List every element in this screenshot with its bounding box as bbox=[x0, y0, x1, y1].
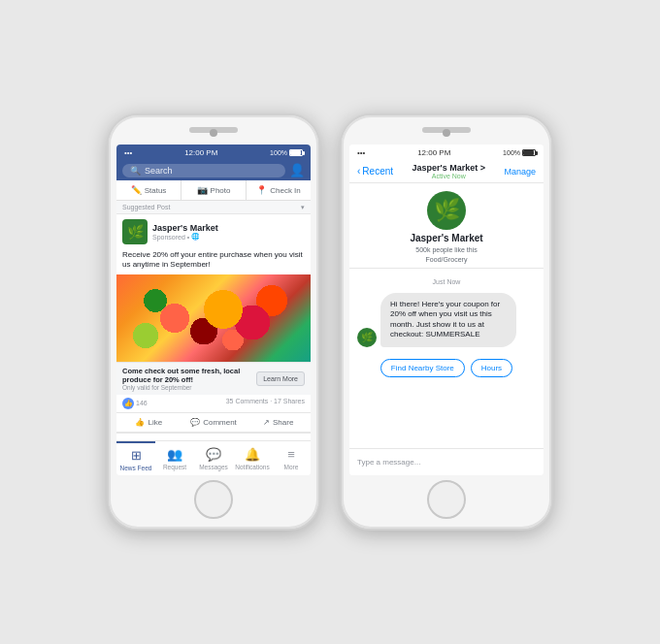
battery-icon-msg bbox=[522, 149, 536, 156]
status-bar-msg: ••• 12:00 PM 100% bbox=[349, 145, 544, 160]
post-header: 🌿 Jasper's Market Sponsored • 🌐 bbox=[116, 214, 311, 247]
chevron-left-icon: ‹ bbox=[357, 166, 360, 177]
location-icon: 📍 bbox=[256, 185, 267, 195]
likes-number: 146 bbox=[136, 400, 148, 406]
status-icons-msg: 100% bbox=[503, 149, 536, 156]
back-button[interactable]: ‹ Recent bbox=[357, 166, 393, 177]
requests-label: Request bbox=[163, 464, 186, 470]
sponsored-info: Sponsored • 🌐 bbox=[152, 233, 218, 241]
hash-symbol: 🌐 bbox=[191, 233, 200, 241]
signal-dots-msg: ••• bbox=[357, 148, 365, 157]
quick-replies: Find Nearby Store Hours bbox=[349, 353, 544, 383]
profile-name: Jasper's Market bbox=[410, 233, 482, 243]
fb-navbar: 🔍 Search 👤 bbox=[116, 160, 311, 180]
post-body-text: Receive 20% off your entire purchase whe… bbox=[116, 247, 311, 274]
time-fb: 12:00 PM bbox=[184, 148, 217, 157]
like-icon: 👍 bbox=[135, 418, 145, 427]
search-placeholder: Search bbox=[145, 166, 173, 176]
battery-icon-fb bbox=[289, 149, 303, 156]
fb-actions-bar: ✏️ Status 📷 Photo 📍 Check In bbox=[116, 180, 311, 201]
message-timestamp: Just Now bbox=[357, 278, 536, 285]
manage-button[interactable]: Manage bbox=[504, 167, 536, 177]
hours-button[interactable]: Hours bbox=[471, 359, 512, 377]
post-cta-row: Come check out some fresh, local produce… bbox=[116, 362, 311, 395]
sponsored-label: Sponsored bbox=[152, 234, 185, 241]
suggested-label: Suggested Post bbox=[122, 204, 170, 211]
battery-label-msg: 100% bbox=[503, 149, 520, 156]
cta-subtext: Only valid for September bbox=[122, 384, 256, 391]
messenger-screen: ••• 12:00 PM 100% ‹ Recent Jasper's Mark… bbox=[349, 145, 544, 475]
cta-headline: Come check out some fresh, local produce… bbox=[122, 367, 256, 384]
nav-messages[interactable]: 💬 Messages bbox=[194, 441, 233, 475]
suggested-post-bar: Suggested Post ▾ bbox=[116, 201, 311, 214]
more-icon: ≡ bbox=[287, 447, 295, 462]
thumbs-up-icon: 👍 bbox=[122, 398, 134, 409]
news-feed-label: News Feed bbox=[120, 465, 152, 471]
chat-area: Just Now 🌿 Hi there! Here's your coupon … bbox=[349, 269, 544, 353]
jasper-avatar-large: 🌿 bbox=[427, 191, 466, 230]
share-label: Share bbox=[273, 418, 293, 427]
facebook-phone: ••• 12:00 PM 100% 🔍 Search 👤 ✏️ bbox=[107, 113, 320, 531]
photo-button[interactable]: 📷 Photo bbox=[182, 180, 247, 200]
back-label: Recent bbox=[362, 166, 393, 177]
fruit-overlay bbox=[116, 274, 311, 362]
likes-count: 👍 146 bbox=[122, 398, 148, 409]
cta-text-block: Come check out some fresh, local produce… bbox=[122, 367, 256, 391]
checkin-button[interactable]: 📍 Check In bbox=[247, 180, 311, 200]
phone-camera-2 bbox=[443, 129, 450, 139]
comments-shares: 35 Comments · 17 Shares bbox=[226, 398, 305, 409]
advertiser-name: Jasper's Market bbox=[152, 223, 218, 233]
pencil-icon: ✏️ bbox=[131, 185, 142, 195]
contact-name: Jasper's Market > bbox=[393, 163, 504, 173]
signal-dots: ••• bbox=[124, 148, 132, 157]
status-bar-fb: ••• 12:00 PM 100% bbox=[116, 145, 311, 160]
like-label: Like bbox=[148, 418, 162, 427]
fb-bottom-nav: ⊞ News Feed 👥 Request 💬 Messages 🔔 Notif… bbox=[116, 440, 311, 475]
notifications-icon: 🔔 bbox=[245, 447, 260, 462]
jasper-avatar-chat: 🌿 bbox=[357, 328, 377, 347]
battery-label-fb: 100% bbox=[270, 149, 287, 156]
phone-camera bbox=[210, 129, 217, 139]
post-stats-row: 👍 146 35 Comments · 17 Shares bbox=[116, 395, 311, 413]
status-label: Status bbox=[145, 186, 167, 195]
nav-news-feed[interactable]: ⊞ News Feed bbox=[116, 441, 155, 475]
message-input[interactable]: Type a message... bbox=[357, 458, 536, 467]
message-row: 🌿 Hi there! Here's your coupon for 20% o… bbox=[357, 293, 536, 347]
photo-label: Photo bbox=[211, 186, 231, 195]
fb-sponsored-post: 🌿 Jasper's Market Sponsored • 🌐 Receive … bbox=[116, 214, 311, 434]
person-icon[interactable]: 👤 bbox=[289, 163, 305, 177]
find-nearby-store-button[interactable]: Find Nearby Store bbox=[380, 359, 465, 377]
time-msg: 12:00 PM bbox=[417, 148, 450, 157]
news-feed-icon: ⊞ bbox=[131, 448, 142, 463]
chevron-down-icon: ▾ bbox=[301, 204, 305, 211]
msg-navbar: ‹ Recent Jasper's Market > Active Now Ma… bbox=[349, 160, 544, 183]
messages-icon: 💬 bbox=[206, 447, 221, 462]
hash-icon: • bbox=[187, 234, 189, 241]
nav-requests[interactable]: 👥 Request bbox=[155, 441, 194, 475]
share-button[interactable]: ↗ Share bbox=[246, 413, 311, 432]
comments-count: 35 Comments bbox=[226, 398, 269, 404]
like-button[interactable]: 👍 Like bbox=[116, 413, 182, 432]
camera-icon: 📷 bbox=[197, 185, 208, 195]
shares-count: 17 Shares bbox=[274, 398, 305, 404]
msg-profile-section: 🌿 Jasper's Market 500k people like this … bbox=[349, 183, 544, 269]
search-icon: 🔍 bbox=[130, 166, 141, 176]
message-input-bar[interactable]: Type a message... bbox=[349, 448, 544, 475]
active-status: Active Now bbox=[393, 173, 504, 179]
notifications-label: Notifications bbox=[235, 464, 269, 470]
profile-likes: 500k people like this bbox=[415, 246, 477, 253]
status-button[interactable]: ✏️ Status bbox=[116, 180, 182, 200]
profile-category: Food/Grocery bbox=[426, 256, 468, 263]
learn-more-button[interactable]: Learn More bbox=[256, 371, 305, 386]
comment-button[interactable]: 💬 Comment bbox=[182, 413, 247, 432]
comment-label: Comment bbox=[203, 418, 237, 427]
nav-more[interactable]: ≡ More bbox=[272, 441, 311, 475]
jasper-avatar: 🌿 bbox=[122, 219, 148, 244]
facebook-screen: ••• 12:00 PM 100% 🔍 Search 👤 ✏️ bbox=[116, 145, 311, 475]
fb-search-bar[interactable]: 🔍 Search bbox=[122, 164, 285, 177]
nav-notifications[interactable]: 🔔 Notifications bbox=[233, 441, 272, 475]
comment-icon: 💬 bbox=[190, 418, 200, 427]
more-label: More bbox=[284, 464, 299, 470]
messages-label: Messages bbox=[199, 464, 228, 470]
post-action-buttons: 👍 Like 💬 Comment ↗ Share bbox=[116, 413, 311, 434]
